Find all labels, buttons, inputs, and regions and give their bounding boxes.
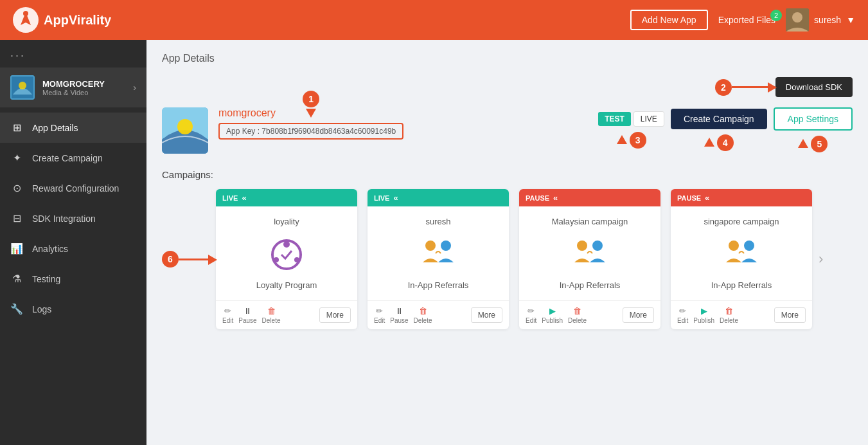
- pause-icon: ⏸: [395, 306, 403, 316]
- campaign-card: PAUSE « Malaysian campaign: [519, 189, 660, 329]
- campaign-type: In-App Referrals: [678, 280, 804, 290]
- status-arrow-icon: «: [242, 193, 246, 203]
- sidebar-item-label: SDK Integration: [32, 213, 96, 224]
- edit-icon: ✏: [679, 306, 686, 316]
- campaign-status-live: LIVE «: [216, 189, 357, 206]
- sidebar-item-sdk-integration[interactable]: ⊟ SDK Integration: [0, 203, 146, 233]
- app-image: [162, 107, 208, 154]
- referral-icon: [419, 235, 457, 274]
- campaigns-label: Campaigns:: [162, 169, 853, 180]
- campaign-type: Loyalty Program: [224, 280, 350, 290]
- app-info-right: TEST LIVE 3 Create Campaign: [598, 107, 853, 152]
- sdk-icon: ⊟: [10, 212, 23, 224]
- svg-point-6: [19, 82, 26, 89]
- app-settings-button[interactable]: App Settings: [774, 107, 853, 131]
- download-sdk-button[interactable]: Download SDK: [775, 77, 853, 97]
- delete-button[interactable]: 🗑 Delete: [262, 306, 281, 324]
- edit-icon: ✏: [527, 306, 535, 316]
- annotation-1: 1: [308, 94, 314, 104]
- more-button[interactable]: More: [774, 307, 806, 323]
- annotation-2: 2: [721, 82, 726, 93]
- campaign-card: LIVE « suresh: [368, 189, 509, 329]
- carousel-next-button[interactable]: ›: [812, 251, 829, 268]
- sidebar-item-label: App Details: [32, 123, 78, 133]
- sidebar-item-app-details[interactable]: ⊞ App Details: [0, 113, 146, 143]
- live-badge[interactable]: LIVE: [633, 111, 664, 127]
- user-dropdown-icon: ▼: [846, 15, 855, 25]
- campaign-body: singapore campaign In-App Referrals: [671, 206, 812, 300]
- sidebar-dots: ···: [0, 40, 146, 68]
- edit-button[interactable]: ✏ Edit: [526, 306, 536, 324]
- page-title: App Details: [162, 53, 853, 64]
- campaign-type: In-App Referrals: [527, 280, 653, 290]
- more-button[interactable]: More: [623, 307, 654, 323]
- header: AppVirality Add New App Exported Files 2…: [0, 0, 868, 40]
- edit-button[interactable]: ✏ Edit: [677, 306, 688, 324]
- sidebar-item-testing[interactable]: ⚗ Testing: [0, 264, 146, 294]
- sidebar-item-reward-configuration[interactable]: ⊙ Reward Configuration: [0, 173, 146, 203]
- analytics-icon: 📊: [10, 242, 23, 255]
- status-arrow-icon: «: [705, 193, 709, 203]
- more-button[interactable]: More: [319, 307, 351, 323]
- svg-point-1: [23, 11, 28, 16]
- campaign-name: suresh: [375, 217, 501, 226]
- campaign-body: loyality Loyalty Program: [216, 206, 357, 300]
- delete-button[interactable]: 🗑 Delete: [568, 306, 587, 324]
- status-arrow-icon: «: [393, 193, 398, 203]
- status-arrow-icon: «: [553, 193, 558, 203]
- app-expand-icon: ›: [133, 82, 136, 93]
- user-area[interactable]: suresh ▼: [786, 8, 855, 32]
- svg-point-18: [744, 241, 754, 251]
- exported-files[interactable]: Exported Files 2: [718, 15, 775, 25]
- delete-button[interactable]: 🗑 Delete: [720, 306, 738, 324]
- test-badge[interactable]: TEST: [598, 112, 631, 126]
- app-info: MOMGROCERY Media & Video: [42, 79, 125, 96]
- create-campaign-button[interactable]: Create Campaign: [671, 109, 767, 129]
- campaign-status-live: LIVE «: [368, 189, 509, 206]
- delete-button[interactable]: 🗑 Delete: [414, 306, 432, 324]
- testing-icon: ⚗: [10, 273, 23, 285]
- campaign-status-pause: PAUSE «: [671, 189, 812, 206]
- sidebar-item-label: Analytics: [32, 244, 68, 254]
- annotation-5: 5: [817, 139, 822, 149]
- sidebar-nav: ⊞ App Details ✦ Create Campaign ⊙ Reward…: [0, 113, 146, 324]
- sidebar-item-logs[interactable]: 🔧 Logs: [0, 294, 146, 324]
- edit-icon: ✏: [224, 306, 231, 316]
- sidebar: ··· MOMGROCERY Media & Video › ⊞ App Det…: [0, 40, 146, 445]
- reward-icon: ⊙: [10, 182, 23, 194]
- pause-button[interactable]: ⏸ Pause: [238, 306, 256, 324]
- campaign-name: loyality: [224, 217, 350, 226]
- campaign-actions: ✏ Edit ▶ Publish 🗑 Delete More: [671, 300, 812, 329]
- add-new-app-button[interactable]: Add New App: [630, 10, 708, 30]
- edit-button[interactable]: ✏ Edit: [222, 306, 233, 324]
- logs-icon: 🔧: [10, 303, 23, 315]
- app-info-left: momgrocery 1 App Key : 7b808b1f969048db8…: [162, 107, 403, 154]
- loyalty-icon: [267, 235, 306, 274]
- sidebar-app-item[interactable]: MOMGROCERY Media & Video ›: [0, 68, 146, 107]
- app-sub: Media & Video: [42, 89, 125, 96]
- app-details-info: momgrocery 1 App Key : 7b808b1f969048db8…: [218, 107, 403, 140]
- svg-point-14: [441, 241, 451, 251]
- campaign-actions: ✏ Edit ⏸ Pause 🗑 Delete More: [368, 300, 509, 329]
- campaign-actions: ✏ Edit ⏸ Pause 🗑 Delete More: [216, 300, 357, 329]
- body-layout: ··· MOMGROCERY Media & Video › ⊞ App Det…: [0, 40, 868, 445]
- edit-button[interactable]: ✏ Edit: [374, 306, 385, 324]
- header-right: Add New App Exported Files 2 suresh ▼: [630, 8, 855, 32]
- sidebar-item-label: Logs: [32, 304, 51, 314]
- more-button[interactable]: More: [471, 307, 502, 323]
- svg-point-17: [729, 241, 739, 251]
- sidebar-item-analytics[interactable]: 📊 Analytics: [0, 233, 146, 264]
- campaigns-grid: LIVE « loyality: [216, 189, 812, 329]
- svg-point-13: [425, 241, 436, 251]
- avatar: [786, 8, 809, 32]
- referral-icon: [571, 235, 609, 274]
- annotation-3: 3: [635, 135, 641, 145]
- pause-button[interactable]: ⏸ Pause: [390, 306, 408, 324]
- edit-icon: ✏: [376, 306, 383, 316]
- exported-files-badge: 2: [770, 10, 782, 21]
- sidebar-item-label: Create Campaign: [32, 153, 103, 163]
- referral-icon: [722, 235, 761, 274]
- publish-button[interactable]: ▶ Publish: [542, 306, 563, 324]
- sidebar-item-create-campaign[interactable]: ✦ Create Campaign: [0, 143, 146, 173]
- publish-button[interactable]: ▶ Publish: [693, 306, 714, 324]
